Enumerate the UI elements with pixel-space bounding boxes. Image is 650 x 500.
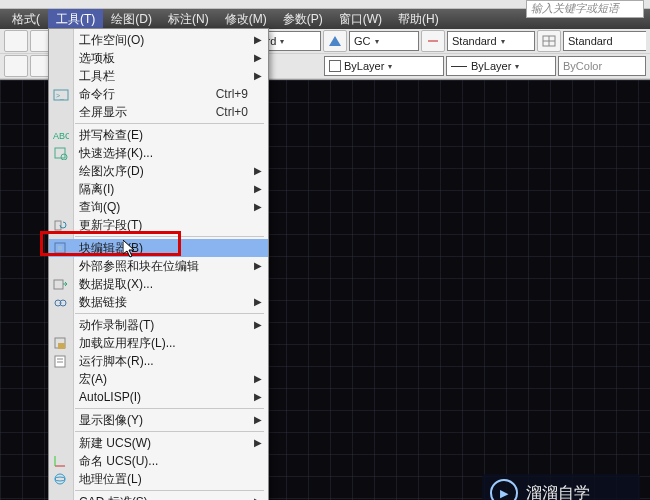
submenu-arrow-icon: ▶ — [254, 198, 262, 216]
tool-btn-1[interactable] — [4, 30, 28, 52]
link-icon — [53, 295, 69, 309]
menu-item-显示图像Y[interactable]: 显示图像(Y)▶ — [49, 411, 268, 429]
menu-item-运行脚本R[interactable]: 运行脚本(R)... — [49, 352, 268, 370]
term-icon: >_ — [53, 87, 69, 101]
menu-item-加载应用程序L[interactable]: 加载应用程序(L)... — [49, 334, 268, 352]
menu-item-label: 宏(A) — [79, 372, 107, 386]
menu-item-数据链接[interactable]: 数据链接▶ — [49, 293, 268, 311]
menu-modify[interactable]: 修改(M) — [217, 9, 275, 29]
ext-icon — [53, 277, 69, 291]
dim-icon[interactable] — [421, 30, 445, 52]
combo-linetype[interactable]: ByLayer ▾ — [446, 56, 556, 76]
geo-icon — [53, 472, 69, 486]
menu-item-label: 查询(Q) — [79, 200, 120, 214]
menu-item-label: 绘图次序(D) — [79, 164, 144, 178]
menu-item-查询Q[interactable]: 查询(Q)▶ — [49, 198, 268, 216]
menu-item-label: 更新字段(T) — [79, 218, 142, 232]
menu-item-工具栏[interactable]: 工具栏▶ — [49, 67, 268, 85]
blk-icon — [53, 241, 69, 255]
combo-linetype-value: ByLayer — [471, 60, 511, 72]
blank-icon — [53, 51, 69, 65]
menu-shortcut: Ctrl+9 — [216, 85, 248, 103]
menu-item-宏A[interactable]: 宏(A)▶ — [49, 370, 268, 388]
line-preview — [451, 66, 467, 67]
svg-rect-8 — [55, 148, 65, 158]
blank-icon — [53, 413, 69, 427]
blank-icon — [53, 495, 69, 500]
svg-rect-1 — [428, 40, 438, 42]
menu-param[interactable]: 参数(P) — [275, 9, 331, 29]
menu-item-label: 运行脚本(R)... — [79, 354, 154, 368]
menu-item-绘图次序D[interactable]: 绘图次序(D)▶ — [49, 162, 268, 180]
combo-linecolor-value: ByLayer — [344, 60, 384, 72]
menu-item-块编辑器B[interactable]: 块编辑器(B) — [49, 239, 268, 257]
blank-icon — [53, 436, 69, 450]
menu-item-label: 隔离(I) — [79, 182, 114, 196]
combo-anno[interactable]: GC▾ — [349, 31, 419, 51]
menu-tools[interactable]: 工具(T) — [48, 9, 103, 29]
menu-item-label: 工具栏 — [79, 69, 115, 83]
menu-item-命名UCSU[interactable]: 命名 UCS(U)... — [49, 452, 268, 470]
abc-icon: ABC — [53, 128, 69, 142]
menu-item-label: 数据链接 — [79, 295, 127, 309]
menu-item-选项板[interactable]: 选项板▶ — [49, 49, 268, 67]
menu-item-label: 外部参照和块在位编辑 — [79, 259, 199, 273]
blank-icon — [53, 200, 69, 214]
menu-item-label: 显示图像(Y) — [79, 413, 143, 427]
menu-draw[interactable]: 绘图(D) — [103, 9, 160, 29]
menu-item-label: 数据提取(X)... — [79, 277, 153, 291]
color-swatch — [329, 60, 341, 72]
svg-rect-12 — [58, 246, 62, 250]
table-icon[interactable] — [537, 30, 561, 52]
menu-item-label: 加载应用程序(L)... — [79, 336, 176, 350]
blank-icon — [53, 182, 69, 196]
submenu-arrow-icon: ▶ — [254, 293, 262, 311]
menu-item-拼写检查E[interactable]: ABC拼写检查(E) — [49, 126, 268, 144]
tools-dropdown: 工作空间(O)▶选项板▶工具栏▶>_命令行Ctrl+9全屏显示Ctrl+0ABC… — [48, 28, 269, 500]
menu-item-快速选择K[interactable]: 快速选择(K)... — [49, 144, 268, 162]
submenu-arrow-icon: ▶ — [254, 49, 262, 67]
blank-icon — [53, 164, 69, 178]
menu-item-命令行[interactable]: >_命令行Ctrl+9 — [49, 85, 268, 103]
combo-tablestyle[interactable]: Standard — [563, 31, 646, 51]
menu-separator — [75, 431, 264, 432]
submenu-arrow-icon: ▶ — [254, 257, 262, 275]
svg-point-24 — [55, 477, 65, 481]
anno-toggle-icon[interactable] — [323, 30, 347, 52]
menu-item-数据提取X[interactable]: 数据提取(X)... — [49, 275, 268, 293]
menu-format[interactable]: 格式( — [4, 9, 48, 29]
svg-point-9 — [61, 154, 67, 160]
submenu-arrow-icon: ▶ — [254, 67, 262, 85]
menu-item-地理位置L[interactable]: 地理位置(L) — [49, 470, 268, 488]
menu-item-更新字段T[interactable]: 更新字段(T) — [49, 216, 268, 234]
menu-separator — [75, 236, 264, 237]
combo-plotstyle[interactable]: ByColor — [558, 56, 646, 76]
menu-shortcut: Ctrl+0 — [216, 103, 248, 121]
menu-item-工作空间O[interactable]: 工作空间(O)▶ — [49, 31, 268, 49]
menu-dim[interactable]: 标注(N) — [160, 9, 217, 29]
combo-tablestyle-value: Standard — [568, 35, 613, 47]
combo-dimstyle[interactable]: Standard▾ — [447, 31, 535, 51]
menu-item-label: CAD 标准(S) — [79, 495, 148, 500]
qsel-icon — [53, 146, 69, 160]
menu-item-动作录制器T[interactable]: 动作录制器(T)▶ — [49, 316, 268, 334]
submenu-arrow-icon: ▶ — [254, 31, 262, 49]
blank-icon — [53, 33, 69, 47]
search-box[interactable]: 输入关键字或短语 — [526, 0, 644, 18]
combo-linecolor[interactable]: ByLayer ▾ — [324, 56, 444, 76]
menu-item-AutoLISPI[interactable]: AutoLISP(I)▶ — [49, 388, 268, 406]
menu-item-label: 命名 UCS(U)... — [79, 454, 158, 468]
menu-item-CAD标准S[interactable]: CAD 标准(S)▶ — [49, 493, 268, 500]
menu-item-隔离I[interactable]: 隔离(I)▶ — [49, 180, 268, 198]
menu-item-新建UCSW[interactable]: 新建 UCS(W)▶ — [49, 434, 268, 452]
submenu-arrow-icon: ▶ — [254, 434, 262, 452]
menu-item-label: AutoLISP(I) — [79, 390, 141, 404]
menu-help[interactable]: 帮助(H) — [390, 9, 447, 29]
menu-item-外部参照和块在位编辑[interactable]: 外部参照和块在位编辑▶ — [49, 257, 268, 275]
submenu-arrow-icon: ▶ — [254, 370, 262, 388]
menu-item-全屏显示[interactable]: 全屏显示Ctrl+0 — [49, 103, 268, 121]
svg-text:>_: >_ — [56, 92, 64, 100]
menu-window[interactable]: 窗口(W) — [331, 9, 390, 29]
tool2-btn-1[interactable] — [4, 55, 28, 77]
upd-icon — [53, 218, 69, 232]
